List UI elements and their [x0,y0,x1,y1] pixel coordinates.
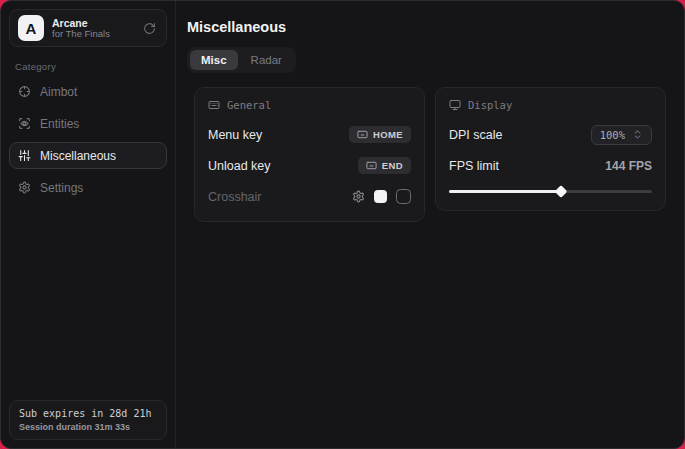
keyboard-icon [208,99,220,111]
brand-name: Arcane [52,17,132,29]
dpi-scale-row: DPI scale 100% [449,123,652,146]
subscription-info-card: Sub expires in 28d 21h Session duration … [9,400,167,440]
sidebar-item-miscellaneous[interactable]: Miscellaneous [9,142,167,169]
sidebar-item-label: Miscellaneous [40,149,116,163]
unload-key-label: Unload key [208,159,271,173]
crosshair-checkbox[interactable] [396,189,411,204]
sidebar-nav: Aimbot Entities Miscellaneous [9,78,167,201]
scan-eye-icon [18,117,31,130]
tab-group: Misc Radar [187,47,296,73]
slider-fill [449,190,561,193]
card-title: General [227,99,271,111]
main-content: Miscellaneous Misc Radar General Menu ke… [176,1,684,448]
tab-radar[interactable]: Radar [240,50,293,70]
sidebar-item-settings[interactable]: Settings [9,174,167,201]
fps-limit-value: 144 FPS [605,159,652,173]
session-duration-text: Session duration 31m 33s [19,422,157,432]
keyboard-icon [357,129,368,140]
dpi-scale-select[interactable]: 100% [591,125,652,145]
dpi-scale-label: DPI scale [449,128,503,142]
sidebar: A Arcane for The Finals Category Aimbot [1,1,176,448]
menu-key-bind-button[interactable]: HOME [349,126,411,143]
page-title: Miscellaneous [187,19,666,35]
general-card: General Menu key HOME Unload key [194,87,425,222]
tab-misc[interactable]: Misc [190,50,238,70]
sidebar-item-entities[interactable]: Entities [9,110,167,137]
card-title: Display [468,99,512,111]
crosshair-color-swatch[interactable] [374,190,387,203]
menu-key-row: Menu key HOME [208,123,411,146]
fps-limit-row: FPS limit 144 FPS [449,154,652,177]
menu-key-label: Menu key [208,128,262,142]
brand-subtitle: for The Finals [52,29,132,40]
dpi-scale-value: 100% [600,129,625,141]
fps-limit-slider[interactable] [449,185,652,197]
unload-key-row: Unload key END [208,154,411,177]
keyboard-icon [366,160,377,171]
category-label: Category [15,61,167,72]
gear-icon [18,181,31,194]
crosshair-settings-gear-icon[interactable] [352,190,365,203]
app-window: A Arcane for The Finals Category Aimbot [0,0,685,449]
fps-limit-label: FPS limit [449,159,499,173]
slider-handle[interactable] [554,185,567,198]
refresh-icon[interactable] [140,19,158,37]
sub-expiry-text: Sub expires in 28d 21h [19,408,157,419]
sidebar-item-aimbot[interactable]: Aimbot [9,78,167,105]
crosshair-label: Crosshair [208,190,262,204]
sliders-icon [18,149,31,162]
display-card: Display DPI scale 100% FPS limit 144 FPS [435,87,666,211]
brand-logo: A [18,15,44,41]
chevrons-up-down-icon [632,129,643,140]
monitor-icon [449,99,461,111]
crosshair-icon [18,85,31,98]
unload-key-bind-button[interactable]: END [358,157,411,174]
brand-card: A Arcane for The Finals [9,9,167,47]
crosshair-row: Crosshair [208,185,411,208]
sidebar-item-label: Entities [40,117,79,131]
sidebar-item-label: Settings [40,181,83,195]
sidebar-item-label: Aimbot [40,85,77,99]
